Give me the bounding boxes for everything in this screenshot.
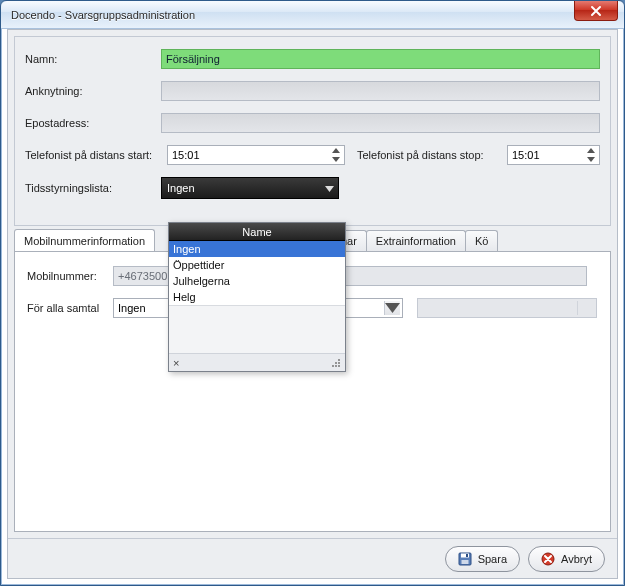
cancel-icon <box>541 552 555 566</box>
footer-bar: Spara Avbryt <box>8 538 617 578</box>
svg-point-5 <box>338 359 340 361</box>
svg-point-0 <box>338 365 340 367</box>
dropdown-close-button[interactable]: × <box>173 357 179 369</box>
save-icon <box>458 552 472 566</box>
extension-label: Anknytning: <box>25 85 161 97</box>
spin-up-button[interactable] <box>328 146 344 155</box>
svg-point-3 <box>338 362 340 364</box>
tele-start-value: 15:01 <box>172 149 200 161</box>
svg-point-4 <box>335 362 337 364</box>
dropdown-item[interactable]: Ingen <box>169 241 345 257</box>
tab-label: Kö <box>475 235 488 247</box>
save-button[interactable]: Spara <box>445 546 520 572</box>
alla-label: För alla samtal <box>27 302 109 314</box>
spin-down-button[interactable] <box>583 155 599 164</box>
tele-stop-value: 15:01 <box>512 149 540 161</box>
svg-point-2 <box>332 365 334 367</box>
svg-rect-8 <box>461 560 468 564</box>
dropdown-item[interactable]: Julhelgerna <box>169 273 345 289</box>
tele-stop-spinner[interactable]: 15:01 <box>507 145 600 165</box>
close-icon <box>590 5 602 17</box>
name-value: Försäljning <box>166 53 220 65</box>
tab-extrainformation[interactable]: Extrainformation <box>366 230 466 251</box>
dropdown-footer: × <box>169 353 345 371</box>
cancel-label: Avbryt <box>561 553 592 565</box>
tab-mobilnummerinformation[interactable]: Mobilnummerinformation <box>14 229 155 251</box>
tabs-container: Mobilnummerinformation dlemmar Extrainfo… <box>14 230 611 532</box>
chevron-up-icon <box>587 148 595 153</box>
tele-start-label: Telefonist på distans start: <box>25 149 161 161</box>
spin-up-button[interactable] <box>583 146 599 155</box>
name-field[interactable]: Försäljning <box>161 49 600 69</box>
save-label: Spara <box>478 553 507 565</box>
tab-ko[interactable]: Kö <box>465 230 498 251</box>
tele-stop-label: Telefonist på distans stop: <box>351 149 501 161</box>
dropdown-item[interactable]: Öppettider <box>169 257 345 273</box>
spin-down-button[interactable] <box>328 155 344 164</box>
schedule-value: Ingen <box>167 182 195 194</box>
mobil-value: +4673500 <box>118 270 167 282</box>
svg-rect-9 <box>466 554 468 557</box>
email-field[interactable] <box>161 113 600 133</box>
email-label: Epostadress: <box>25 117 161 129</box>
dropdown-item[interactable]: Helg <box>169 289 345 305</box>
close-glyph: × <box>173 357 179 369</box>
client-area: Namn: Försäljning Anknytning: Epostadres… <box>7 29 618 579</box>
chevron-up-icon <box>332 148 340 153</box>
alla-value: Ingen <box>118 302 146 314</box>
close-button[interactable] <box>574 1 618 21</box>
secondary-combo-disabled <box>417 298 597 318</box>
tab-label: Mobilnummerinformation <box>24 235 145 247</box>
dropdown-header: Name <box>169 223 345 241</box>
dropdown-item-label: Julhelgerna <box>173 275 230 287</box>
resize-grip-icon[interactable] <box>329 356 341 370</box>
window-root: Docendo - Svarsgruppsadministration Namn… <box>0 0 625 586</box>
titlebar[interactable]: Docendo - Svarsgruppsadministration <box>1 1 624 29</box>
window-title: Docendo - Svarsgruppsadministration <box>11 9 195 21</box>
schedule-label: Tidsstyrningslista: <box>25 182 161 194</box>
svg-point-1 <box>335 365 337 367</box>
cancel-button[interactable]: Avbryt <box>528 546 605 572</box>
name-label: Namn: <box>25 53 161 65</box>
dropdown-list: Ingen Öppettider Julhelgerna Helg <box>169 241 345 306</box>
dropdown-item-label: Helg <box>173 291 196 303</box>
chevron-down-icon <box>385 303 400 313</box>
combo-caret <box>325 182 334 194</box>
tab-label: Extrainformation <box>376 235 456 247</box>
dropdown-item-label: Öppettider <box>173 259 224 271</box>
tele-start-spinner[interactable]: 15:01 <box>167 145 345 165</box>
schedule-combo[interactable]: Ingen <box>161 177 339 199</box>
form-group: Namn: Försäljning Anknytning: Epostadres… <box>14 36 611 226</box>
schedule-dropdown-popup: Name Ingen Öppettider Julhelgerna Helg × <box>168 222 346 372</box>
mobil-label: Mobilnummer: <box>27 270 109 282</box>
chevron-down-icon <box>332 157 340 162</box>
extension-field[interactable] <box>161 81 600 101</box>
combo-caret[interactable] <box>384 301 400 315</box>
chevron-down-icon <box>587 157 595 162</box>
dropdown-item-label: Ingen <box>173 243 201 255</box>
